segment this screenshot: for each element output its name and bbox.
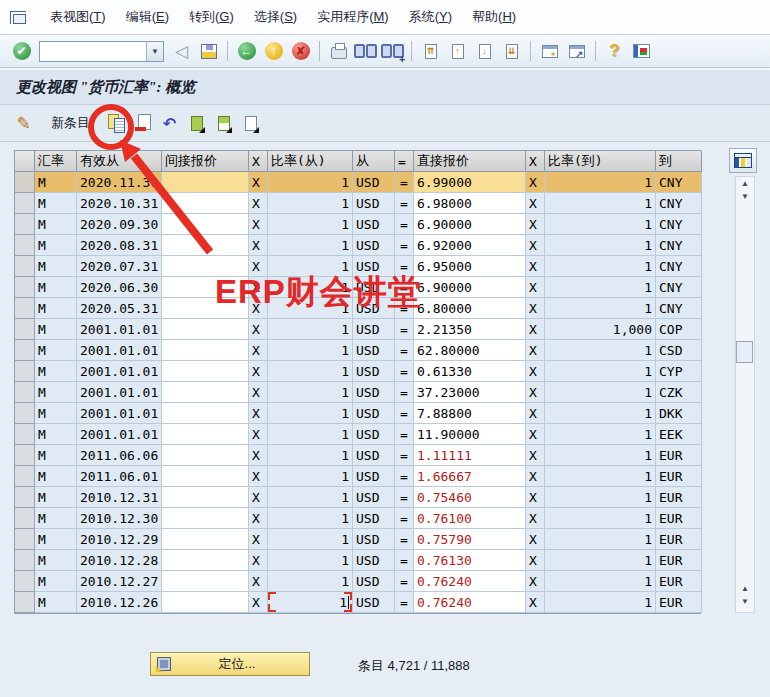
row-selector[interactable] <box>15 214 35 235</box>
row-selector[interactable] <box>15 256 35 277</box>
scroll-up-bottom-icon[interactable]: ▲ <box>736 582 754 595</box>
cell-indirect[interactable] <box>162 214 249 235</box>
scroll-down-bottom-icon[interactable]: ▼ <box>736 595 754 608</box>
cancel-button-icon[interactable]: ✘ <box>289 40 312 63</box>
cell-indirect[interactable] <box>162 382 249 403</box>
scroll-up-icon[interactable]: ▲ <box>736 177 754 190</box>
copy-as-icon[interactable] <box>104 112 127 135</box>
vertical-scrollbar[interactable]: ▲ ▼ ▲ ▼ <box>735 176 755 613</box>
cell-indirect[interactable] <box>162 235 249 256</box>
cell-direct[interactable]: 2.21350 <box>414 319 526 340</box>
cell-indirect[interactable] <box>162 319 249 340</box>
select-all-icon[interactable] <box>185 112 208 135</box>
scrollbar-thumb[interactable] <box>736 341 753 363</box>
cell-direct[interactable]: 62.80000 <box>414 340 526 361</box>
column-header-ratio_from[interactable]: 比率(从) <box>268 151 353 172</box>
cell-indirect[interactable] <box>162 277 249 298</box>
cell-direct[interactable]: 6.99000 <box>414 172 526 193</box>
column-header-from[interactable]: 从 <box>353 151 395 172</box>
menu-item-2[interactable]: 编辑(E) <box>116 5 179 28</box>
cell-direct[interactable]: 6.92000 <box>414 235 526 256</box>
row-selector[interactable] <box>15 277 35 298</box>
cell-indirect[interactable] <box>162 550 249 571</box>
customize-layout-icon[interactable] <box>630 40 653 63</box>
cell-direct[interactable]: 6.80000 <box>414 298 526 319</box>
row-selector[interactable] <box>15 403 35 424</box>
column-header-direct[interactable]: 直接报价 <box>414 151 526 172</box>
cell-indirect[interactable] <box>162 172 249 193</box>
row-selector[interactable] <box>15 298 35 319</box>
cell-indirect[interactable] <box>162 424 249 445</box>
cell-indirect[interactable] <box>162 529 249 550</box>
new-entries-button[interactable]: 新条目 <box>43 111 98 135</box>
create-shortcut-icon[interactable]: ↗ <box>565 40 588 63</box>
row-selector[interactable] <box>15 172 35 193</box>
window-control-menu-icon[interactable] <box>10 11 26 24</box>
page-down-icon[interactable]: ↓ <box>473 40 496 63</box>
cell-direct[interactable]: 6.98000 <box>414 193 526 214</box>
print-icon[interactable] <box>327 40 350 63</box>
column-header-x1[interactable]: X <box>249 151 268 172</box>
cell-direct[interactable]: 0.76240 <box>414 571 526 592</box>
undo-icon[interactable]: ↶ <box>158 112 181 135</box>
row-selector[interactable] <box>15 235 35 256</box>
cell-direct[interactable]: 6.90000 <box>414 277 526 298</box>
position-button[interactable]: 定位... <box>150 652 310 676</box>
menu-item-1[interactable]: 表视图(T) <box>40 5 116 28</box>
cell-indirect[interactable] <box>162 340 249 361</box>
cell-direct[interactable]: 0.76100 <box>414 508 526 529</box>
cell-direct[interactable]: 1.11111 <box>414 445 526 466</box>
find-next-icon[interactable]: + <box>381 40 404 63</box>
row-selector[interactable] <box>15 340 35 361</box>
column-header-ratio_to[interactable]: 比率(到) <box>545 151 656 172</box>
cell-indirect[interactable] <box>162 592 249 613</box>
column-header-rate_type[interactable]: 汇率 <box>35 151 77 172</box>
cell-direct[interactable]: 0.76130 <box>414 550 526 571</box>
row-selector[interactable] <box>15 193 35 214</box>
row-selector[interactable] <box>15 487 35 508</box>
row-selector[interactable] <box>15 466 35 487</box>
cell-indirect[interactable] <box>162 445 249 466</box>
row-selector[interactable] <box>15 508 35 529</box>
menu-item-6[interactable]: 系统(Y) <box>399 5 462 28</box>
page-up-icon[interactable]: ↑ <box>446 40 469 63</box>
save-icon[interactable] <box>197 40 220 63</box>
command-field[interactable]: ▼ <box>39 41 164 62</box>
row-selector[interactable] <box>15 361 35 382</box>
back-triangle-icon[interactable]: ◁ <box>170 40 193 63</box>
row-selector[interactable] <box>15 382 35 403</box>
select-block-icon[interactable] <box>212 112 235 135</box>
cell-indirect[interactable] <box>162 403 249 424</box>
column-header-x2[interactable]: X <box>526 151 545 172</box>
cell-direct[interactable]: 7.88800 <box>414 403 526 424</box>
cell-direct[interactable]: 6.95000 <box>414 256 526 277</box>
last-page-icon[interactable]: ⇊ <box>500 40 523 63</box>
cell-direct[interactable]: 0.76240 <box>414 592 526 613</box>
first-page-icon[interactable]: ⇈ <box>419 40 442 63</box>
row-selector[interactable] <box>15 445 35 466</box>
cell-direct[interactable]: 1.66667 <box>414 466 526 487</box>
column-header-to[interactable]: 到 <box>656 151 702 172</box>
menu-item-7[interactable]: 帮助(H) <box>462 5 526 28</box>
command-input[interactable] <box>40 43 146 60</box>
cell-direct[interactable]: 0.61330 <box>414 361 526 382</box>
cell-indirect[interactable] <box>162 193 249 214</box>
cell-indirect[interactable] <box>162 571 249 592</box>
cell-indirect[interactable] <box>162 298 249 319</box>
new-session-icon[interactable]: ✶ <box>538 40 561 63</box>
row-selector[interactable] <box>15 571 35 592</box>
delete-row-icon[interactable] <box>131 112 154 135</box>
cell-indirect[interactable] <box>162 256 249 277</box>
enter-icon[interactable]: ✔ <box>10 40 33 63</box>
cell-direct[interactable]: 37.23000 <box>414 382 526 403</box>
table-settings-button[interactable] <box>729 148 757 173</box>
cell-indirect[interactable] <box>162 508 249 529</box>
cell-direct[interactable]: 0.75790 <box>414 529 526 550</box>
help-icon[interactable]: ? <box>603 40 626 63</box>
cell-indirect[interactable] <box>162 487 249 508</box>
cell-direct[interactable]: 11.90000 <box>414 424 526 445</box>
scrollbar-track[interactable] <box>736 203 754 582</box>
cell-direct[interactable]: 6.90000 <box>414 214 526 235</box>
menu-item-5[interactable]: 实用程序(M) <box>307 5 399 28</box>
menu-item-3[interactable]: 转到(G) <box>179 5 244 28</box>
